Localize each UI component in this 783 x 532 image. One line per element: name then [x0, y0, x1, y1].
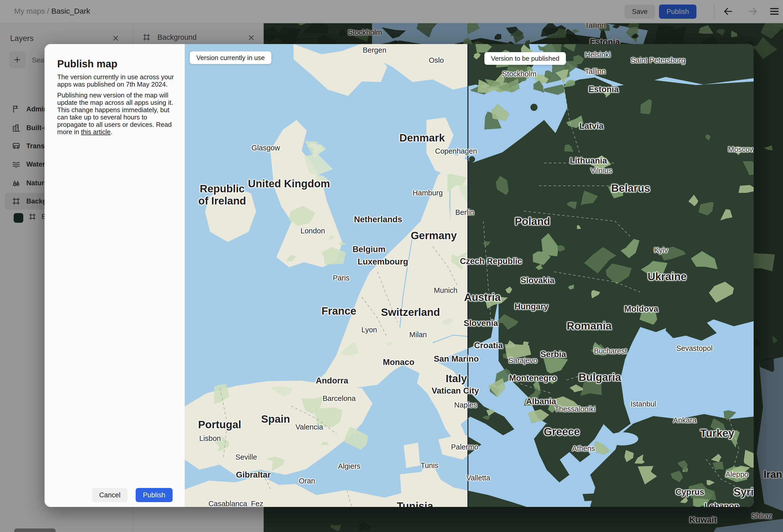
compare-split-line — [467, 44, 468, 507]
publish-button[interactable]: Publish — [136, 488, 173, 502]
cancel-button-label: Cancel — [99, 491, 121, 499]
current-version-chip-label: Version currently in use — [196, 54, 265, 62]
dialog-paragraph-2: Publishing new version of the map will u… — [57, 92, 174, 136]
cancel-button[interactable]: Cancel — [92, 488, 128, 502]
dialog-paragraph-2-text: Publishing new version of the map will u… — [57, 91, 173, 136]
dialog-paragraph-1: The version currently in use across your… — [57, 73, 174, 88]
this-article-link[interactable]: this article — [81, 128, 111, 136]
app-root: StockholmTallinnEstoniaIranShirazKuwait … — [0, 0, 783, 532]
new-version-chip-label: Version to be published — [491, 55, 559, 63]
version-compare-map[interactable]: BergenOsloGlasgowUnited KingdomRepublic … — [185, 44, 754, 507]
publish-dialog: Publish map The version currently in use… — [44, 44, 185, 507]
publish-map-modal: Publish map The version currently in use… — [44, 44, 754, 507]
new-version-chip: Version to be published — [484, 52, 566, 65]
publish-button-label: Publish — [143, 491, 165, 499]
dialog-paragraph-2-period: . — [111, 128, 113, 136]
current-version-chip: Version currently in use — [190, 51, 271, 64]
dialog-title: Publish map — [57, 58, 118, 70]
